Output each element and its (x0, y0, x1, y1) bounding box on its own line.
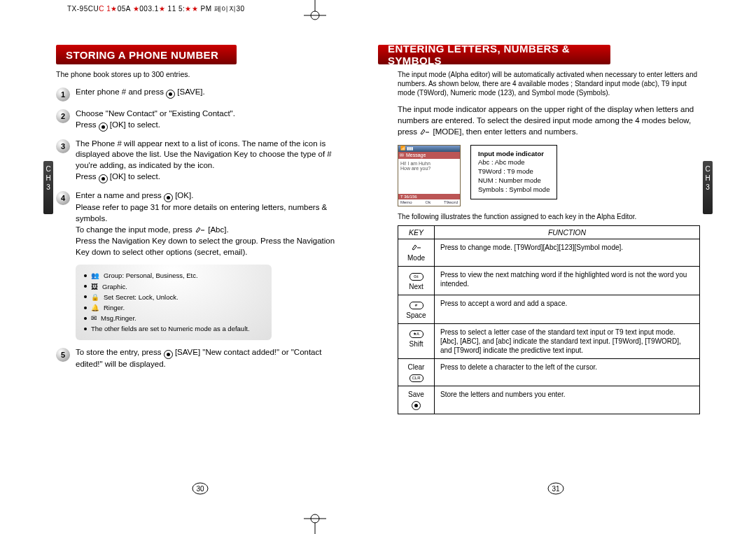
page-30: CH3 Storing a Phone Number The phone boo… (22, 21, 378, 511)
page-oval-icon (546, 482, 756, 534)
mode-key-icon (419, 128, 430, 135)
table-header-function: FUNCTION (435, 225, 700, 239)
table-key-save: Save (398, 386, 435, 414)
star-key-icon: ★A (410, 330, 424, 338)
page-number: 30 (190, 482, 210, 496)
table-func: Press to delete a character to the left … (435, 358, 700, 386)
page-number: 31 (546, 482, 566, 496)
table-key-space: #Space (398, 295, 435, 323)
chapter-tab-right: CH3 (703, 161, 713, 214)
page-31: CH3 Entering Letters, Numbers & Symbols … (378, 21, 734, 511)
step-text: Choose "New Contact" or "Existing Contac… (76, 108, 235, 132)
group-icon: 👥 (91, 270, 99, 281)
step-text: Enter a name and press [OK]. Please refe… (76, 190, 344, 258)
table-func: Press to select a letter case of the sta… (435, 323, 700, 358)
ok-key-icon (164, 193, 173, 202)
manual-spread: { "slug": { "a":"TX-95CU", "b":"C 1", "c… (0, 0, 756, 534)
ok-key-icon (99, 174, 108, 183)
key-function-table: KEYFUNCTION Mode Press to change mode. [… (398, 225, 700, 414)
step-badge: 2 (56, 109, 70, 123)
step-2: 2 Choose "New Contact" or "Existing Cont… (56, 108, 344, 132)
print-slug: TX-95CUC 1★05A ★003.1★ 11 5:★★ PM 페이지30 (67, 4, 245, 14)
ok-key-icon (99, 122, 108, 132)
section-banner-right: Entering Letters, Numbers & Symbols (378, 45, 610, 64)
phone-screen-mock: 📶 ▮▮▮ ✉ Message Hi! I am HuhnHow are you… (398, 145, 461, 206)
step-5: 5 To store the entry, press [SAVE] "New … (56, 347, 344, 370)
step-3: 3 The Phone # will appear next to a list… (56, 139, 344, 184)
ok-key-icon (412, 401, 421, 410)
lock-icon: 🔒 (91, 292, 99, 302)
mode-key-icon (195, 226, 206, 233)
mode-paragraph: The input mode indicator appears on the … (398, 104, 700, 138)
table-intro: The following illustrates the function a… (398, 212, 700, 221)
chapter-tab-left: CH3 (43, 161, 53, 214)
zero-key-icon: 0± (410, 273, 424, 281)
mode-key-icon (411, 244, 422, 251)
table-key-shift: ★AShift (398, 323, 435, 358)
page-oval-icon (190, 482, 400, 534)
table-func: Press to view the next matching word if … (435, 266, 700, 295)
step-text: The Phone # will appear next to a list o… (76, 139, 344, 184)
mode-indicator-row: 📶 ▮▮▮ ✉ Message Hi! I am HuhnHow are you… (398, 145, 700, 206)
ok-key-icon (164, 350, 173, 359)
step-text: Enter phone # and press [SAVE]. (76, 87, 205, 101)
step-4: 4 Enter a name and press [OK]. Please re… (56, 190, 344, 258)
table-key-clear: Clear CLR (398, 358, 435, 386)
table-func: Press to accept a word and add a space. (435, 295, 700, 323)
options-box: 👥Group: Personal, Business, Etc. 🖼Graphi… (76, 265, 272, 339)
input-mode-legend: Input mode indicator Abc : Abc mode T9Wo… (470, 145, 557, 199)
table-func: Store the letters and numbers you enter. (435, 386, 700, 414)
step-badge: 5 (56, 348, 70, 362)
crop-mark-top (301, 0, 329, 21)
banner-title: Storing a Phone Number (56, 49, 228, 61)
step-badge: 4 (56, 191, 70, 205)
intro-text: The input mode (Alpha editor) will be au… (398, 70, 700, 97)
section-banner-left: Storing a Phone Number (56, 45, 237, 64)
table-key-mode: Mode (398, 239, 435, 266)
ringer-icon: 🔔 (91, 302, 99, 313)
clr-key-icon: CLR (410, 374, 424, 382)
table-key-next: 0±Next (398, 266, 435, 295)
step-badge: 1 (56, 87, 70, 101)
banner-title: Entering Letters, Numbers & Symbols (378, 43, 610, 66)
intro-text: The phone book stores up to 300 entries. (56, 70, 344, 80)
msg-ringer-icon: ✉ (91, 313, 97, 323)
hash-key-icon: # (410, 302, 424, 309)
step-1: 1 Enter phone # and press [SAVE]. (56, 87, 344, 101)
step-text: To store the entry, press [SAVE] "New co… (76, 347, 344, 370)
table-header-key: KEY (398, 225, 435, 239)
table-func: Press to change mode. [T9Word][Abc][123]… (435, 239, 700, 266)
step-badge: 3 (56, 139, 70, 153)
graphic-icon: 🖼 (91, 281, 98, 292)
page-spread: CH3 Storing a Phone Number The phone boo… (22, 21, 734, 511)
ok-key-icon (166, 90, 175, 99)
